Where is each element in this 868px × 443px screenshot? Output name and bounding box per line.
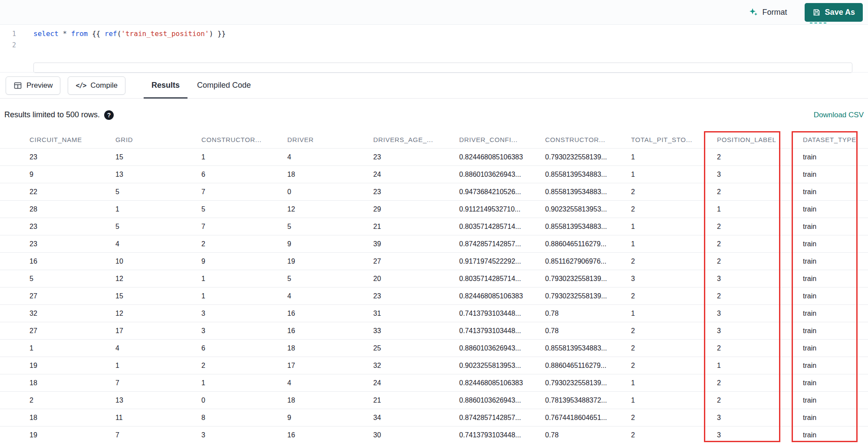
column-header: TOTAL_PIT_STO...	[631, 136, 717, 143]
table-cell: 5	[30, 275, 115, 283]
table-cell: 9	[287, 240, 373, 248]
table-cell: 5	[115, 188, 201, 196]
table-cell: train	[803, 223, 868, 231]
column-header: CONSTRUCTOR...	[201, 136, 287, 143]
code-area[interactable]: select * from {{ ref('train_test_positio…	[25, 25, 868, 72]
sparkles-icon	[749, 7, 758, 17]
table-cell: 1	[631, 397, 717, 404]
table-cell: 4	[115, 240, 201, 248]
table-cell: 2	[30, 397, 115, 404]
code-token-keyword: from	[71, 30, 88, 38]
results-limit-group: Results limited to 500 rows. ?	[4, 110, 114, 120]
compile-button[interactable]: </> Compile	[68, 76, 125, 95]
save-icon	[812, 8, 821, 17]
help-icon[interactable]: ?	[104, 110, 114, 120]
table-cell: 3	[201, 310, 287, 317]
sql-editor[interactable]: 1 2 select * from {{ ref('train_test_pos…	[0, 25, 868, 72]
table-cell: 21	[373, 397, 459, 404]
preview-button[interactable]: Preview	[6, 76, 60, 95]
table-cell: train	[803, 205, 868, 213]
table-cell: 15	[115, 292, 201, 300]
table-cell: 2	[631, 327, 717, 335]
table-cell: 23	[30, 223, 115, 231]
table-cell: 34	[373, 414, 459, 422]
results-meta-bar: Results limited to 500 rows. ? Download …	[0, 99, 868, 131]
table-row: 3212316310.7413793103448...0.7813train	[0, 305, 868, 322]
table-cell: 18	[287, 397, 373, 404]
table-cell: 0.7674418604651...	[545, 414, 631, 422]
table-row: 1610919270.9171974522292...0.85116279069…	[0, 253, 868, 270]
table-cell: 0.8558139534883...	[545, 344, 631, 352]
table-cell: 15	[115, 153, 201, 161]
code-token-function: ref	[105, 30, 117, 38]
table-cell: 1	[201, 153, 287, 161]
table-cell: 9	[287, 414, 373, 422]
table-cell: 18	[30, 414, 115, 422]
table-cell: 1	[717, 362, 803, 370]
table-cell: 4	[287, 379, 373, 387]
table-cell: 0.8558139534883...	[545, 188, 631, 196]
table-row: 2717316330.7413793103448...0.7823train	[0, 322, 868, 340]
table-cell: 5	[115, 223, 201, 231]
table-body: 231514230.8244680851063830.7930232558139…	[0, 149, 868, 443]
code-token-punct	[59, 30, 63, 38]
table-cell: 2	[631, 431, 717, 439]
table-cell: train	[803, 414, 868, 422]
table-cell: 0.9473684210526...	[459, 188, 545, 196]
preview-label: Preview	[26, 81, 53, 90]
results-table: CIRCUIT_NAMEGRIDCONSTRUCTOR...DRIVERDRIV…	[0, 131, 868, 443]
table-icon	[13, 81, 22, 90]
table-cell: train	[803, 431, 868, 439]
tab-results[interactable]: Results	[143, 73, 188, 98]
table-cell: 12	[287, 205, 373, 213]
table-cell: 2	[201, 362, 287, 370]
table-cell: 0.8035714285714...	[459, 275, 545, 283]
column-header: CIRCUIT_NAME	[30, 136, 115, 143]
active-line-box	[33, 63, 852, 73]
table-cell: 2	[717, 258, 803, 265]
table-cell: 1	[631, 153, 717, 161]
table-cell: 16	[287, 327, 373, 335]
table-cell: 18	[287, 171, 373, 179]
table-row: 913618240.8860103626943...0.855813953488…	[0, 166, 868, 183]
table-cell: 2	[631, 344, 717, 352]
table-cell: 0.8860465116279...	[545, 240, 631, 248]
table-cell: 2	[717, 188, 803, 196]
table-row: 23575210.8035714285714...0.8558139534883…	[0, 218, 868, 235]
table-row: 197316300.7413793103448...0.7823train	[0, 426, 868, 443]
save-as-underline-artifact	[810, 23, 826, 23]
code-token-punct: )	[209, 30, 214, 38]
table-cell: 0.78	[545, 327, 631, 335]
column-header: POSITION_LABEL	[717, 136, 803, 143]
table-cell: train	[803, 153, 868, 161]
table-cell: train	[803, 344, 868, 352]
table-cell: 0.7413793103448...	[459, 431, 545, 439]
table-cell: train	[803, 397, 868, 404]
code-token-punct	[67, 30, 71, 38]
table-cell: 1	[201, 379, 287, 387]
table-cell: 2	[631, 205, 717, 213]
save-as-button[interactable]: Save As	[805, 3, 863, 22]
table-cell: train	[803, 258, 868, 265]
table-cell: 23	[373, 188, 459, 196]
table-cell: 0.7413793103448...	[459, 310, 545, 317]
format-button[interactable]: Format	[746, 7, 790, 17]
table-cell: 0.7813953488372...	[545, 397, 631, 404]
table-cell: 32	[373, 362, 459, 370]
format-label: Format	[763, 8, 787, 17]
table-cell: 22	[30, 188, 115, 196]
table-cell: 2	[717, 344, 803, 352]
table-cell: 18	[287, 344, 373, 352]
table-cell: 0.8035714285714...	[459, 223, 545, 231]
tab-compiled-code[interactable]: Compiled Code	[188, 73, 260, 98]
download-csv-link[interactable]: Download CSV	[814, 111, 864, 119]
table-cell: 28	[30, 205, 115, 213]
table-cell: 1	[201, 292, 287, 300]
table-header-row: CIRCUIT_NAMEGRIDCONSTRUCTOR...DRIVERDRIV…	[0, 131, 868, 149]
table-cell: 2	[201, 240, 287, 248]
results-limit-text: Results limited to 500 rows.	[4, 110, 100, 119]
table-cell: 0.78	[545, 310, 631, 317]
table-cell: 10	[115, 258, 201, 265]
table-cell: 0.824468085106383	[459, 153, 545, 161]
code-token-brace: {{	[92, 30, 105, 38]
